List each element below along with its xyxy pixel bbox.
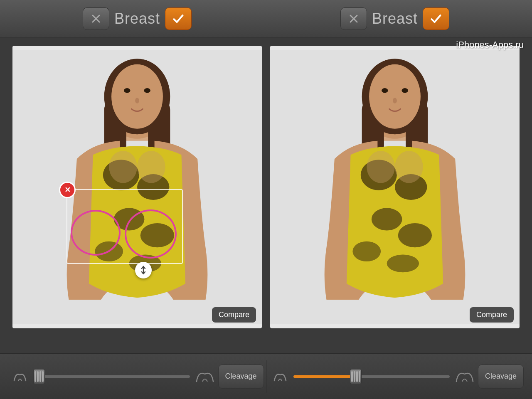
svg-point-21 — [137, 151, 165, 183]
bottom-bar: Cleavage — [0, 353, 532, 399]
svg-point-10 — [111, 64, 163, 129]
delete-icon: ✕ — [60, 183, 74, 197]
left-person-image — [12, 46, 262, 328]
right-bust-icon-small — [273, 369, 288, 384]
left-bust-icon-small — [12, 369, 27, 384]
left-adjustment-circle[interactable] — [71, 210, 121, 256]
svg-point-35 — [398, 223, 432, 247]
delete-selection-button[interactable]: ✕ — [59, 182, 76, 198]
svg-rect-41 — [37, 371, 39, 382]
svg-point-39 — [395, 151, 423, 183]
left-cancel-button[interactable] — [83, 7, 109, 30]
svg-point-34 — [372, 208, 402, 230]
svg-point-13 — [135, 98, 139, 103]
svg-rect-45 — [354, 371, 355, 382]
svg-point-38 — [367, 151, 395, 183]
svg-point-36 — [352, 241, 381, 261]
svg-point-30 — [401, 88, 408, 93]
left-slider-track[interactable] — [33, 375, 190, 378]
svg-point-11 — [124, 88, 130, 93]
left-panel-title: Breast — [114, 10, 160, 27]
left-panel-controls: Breast — [8, 7, 266, 30]
resize-handle[interactable] — [135, 262, 152, 278]
svg-point-12 — [144, 88, 150, 93]
divider — [266, 360, 266, 393]
watermark-text: iPhones-Apps.ru — [456, 39, 524, 50]
main-area: ✕ Compare — [0, 37, 532, 353]
right-photo-container: Compare — [270, 46, 520, 328]
left-panel: ✕ Compare — [12, 46, 262, 353]
watermark: iPhones-Apps.ru — [453, 39, 524, 50]
resize-arrows-icon — [139, 266, 148, 275]
right-compare-button[interactable]: Compare — [470, 307, 514, 323]
right-adjustment-circle[interactable] — [125, 209, 177, 259]
right-slider-fill — [293, 375, 356, 378]
right-slider-section — [268, 369, 478, 384]
svg-rect-40 — [34, 371, 36, 382]
right-bust-icon-large — [456, 369, 474, 384]
left-slider-thumb[interactable] — [33, 369, 45, 384]
right-panel-controls: Breast — [266, 7, 524, 30]
svg-point-31 — [393, 98, 397, 103]
left-confirm-button[interactable] — [165, 7, 192, 30]
left-slider-section — [8, 369, 218, 384]
svg-point-28 — [369, 64, 421, 129]
right-person-image — [270, 46, 520, 328]
right-confirm-button[interactable] — [423, 7, 449, 30]
svg-point-20 — [109, 151, 137, 183]
svg-rect-42 — [39, 371, 41, 382]
right-cleavage-button[interactable]: Cleavage — [478, 365, 524, 389]
right-cancel-button[interactable] — [340, 7, 367, 30]
svg-point-37 — [387, 255, 419, 273]
svg-rect-47 — [359, 371, 360, 382]
right-panel: Compare — [270, 46, 520, 353]
right-slider-track[interactable] — [293, 375, 450, 378]
svg-rect-46 — [356, 371, 358, 382]
left-bust-icon-large — [196, 369, 214, 384]
svg-rect-43 — [42, 371, 44, 382]
svg-rect-44 — [351, 371, 353, 382]
left-cleavage-button[interactable]: Cleavage — [218, 365, 264, 389]
top-bar: Breast Breast — [0, 0, 532, 37]
svg-point-29 — [382, 88, 388, 93]
right-slider-thumb[interactable] — [350, 369, 362, 384]
right-panel-title: Breast — [372, 10, 418, 27]
left-photo-container: ✕ Compare — [12, 46, 262, 328]
left-compare-button[interactable]: Compare — [212, 307, 256, 323]
